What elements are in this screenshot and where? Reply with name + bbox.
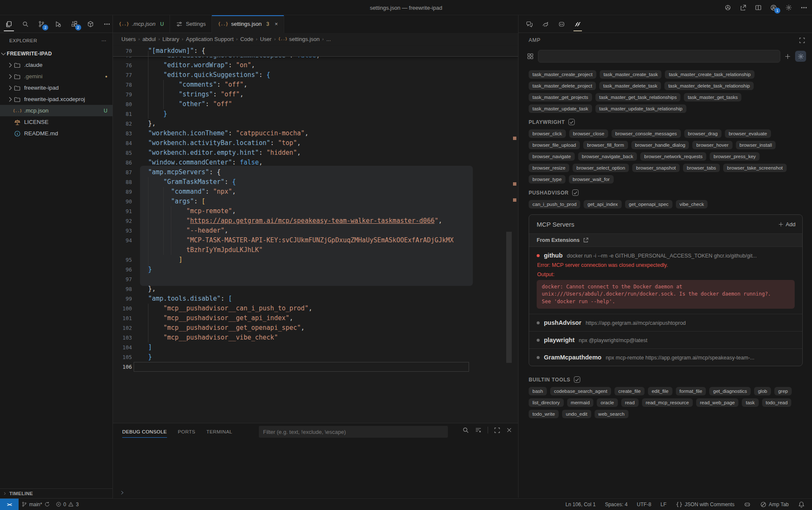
tree-item-README-md[interactable]: README.md: [0, 128, 112, 139]
tree-item--claude[interactable]: .claude: [0, 59, 112, 71]
tool-chip-can_i_push_to_prod[interactable]: can_i_push_to_prod: [529, 200, 580, 208]
breadcrumb-item[interactable]: ...: [326, 36, 331, 42]
tool-chip-oracle[interactable]: oracle: [597, 398, 617, 407]
tool-chip-format_file[interactable]: format_file: [676, 387, 706, 395]
tool-chip-get_api_index[interactable]: get_api_index: [584, 200, 622, 208]
panel-tab-ports[interactable]: PORTS: [178, 423, 195, 440]
mcp-add-button[interactable]: Add: [778, 221, 796, 228]
tool-chip-browser_console_messages[interactable]: browser_console_messages: [612, 129, 681, 138]
tool-chip-task_master_get_tasks[interactable]: task_master_get_tasks: [684, 93, 741, 101]
search-icon[interactable]: [20, 17, 31, 31]
tool-chip-create_file[interactable]: create_file: [614, 387, 645, 395]
tool-chip-browser_hover[interactable]: browser_hover: [692, 141, 732, 149]
git-branch-status[interactable]: main*: [19, 499, 53, 510]
tool-chip-edit_file[interactable]: edit_file: [648, 387, 672, 395]
checkbox-checked-icon[interactable]: [574, 376, 580, 383]
close-panel-icon[interactable]: [506, 427, 512, 433]
explorer-icon[interactable]: [3, 17, 14, 31]
tool-chip-browser_handle_dialog[interactable]: browser_handle_dialog: [631, 141, 689, 149]
code-editor[interactable]: Users›abdul›Library›Application Support›…: [113, 33, 518, 423]
tool-chip-browser_navigate_back[interactable]: browser_navigate_back: [578, 152, 637, 161]
search-icon[interactable]: [462, 427, 469, 433]
account-icon[interactable]: 1: [770, 4, 777, 11]
tool-chip-browser_click[interactable]: browser_click: [529, 129, 566, 138]
tree-root-freewrite-ipad[interactable]: FREEWRITE-IPAD: [0, 48, 112, 59]
tool-chip-vibe_check[interactable]: vibe_check: [676, 200, 708, 208]
debug-filter-input[interactable]: [259, 426, 448, 438]
close-tab-icon[interactable]: ×: [274, 21, 278, 27]
tool-chip-browser_tabs[interactable]: browser_tabs: [683, 164, 720, 172]
breadcrumb-item[interactable]: abdul: [143, 36, 156, 42]
checkbox-checked-icon[interactable]: [572, 189, 579, 196]
more-icon[interactable]: [800, 4, 808, 11]
tree-item-freewrite-ipad-xcodeproj[interactable]: freewrite-ipad.xcodeproj: [0, 93, 112, 105]
tool-chip-browser_network_requests[interactable]: browser_network_requests: [640, 152, 706, 161]
run-debug-icon[interactable]: [52, 17, 63, 31]
tool-chip-task_master_delete_task[interactable]: task_master_delete_task: [599, 82, 661, 90]
tool-chip-browser_resize[interactable]: browser_resize: [529, 164, 569, 172]
remote-indicator[interactable]: ><: [0, 499, 19, 510]
tool-chip-browser_wait_for[interactable]: browser_wait_for: [569, 175, 614, 184]
amp-arrows-icon[interactable]: [573, 17, 583, 31]
tool-chip-browser_snapshot[interactable]: browser_snapshot: [632, 164, 680, 172]
breadcrumb-item[interactable]: Code: [240, 36, 253, 42]
mcp-server-pushAdvisor[interactable]: pushAdvisorhttps://app.getgram.ai/mcp/ca…: [529, 314, 802, 332]
status-spaces-4[interactable]: Spaces: 4: [602, 499, 630, 510]
tool-chip-task_master_delete_task_relationship[interactable]: task_master_delete_task_relationship: [664, 82, 754, 90]
expand-panel-icon[interactable]: [799, 37, 805, 44]
status-utf-8[interactable]: UTF-8: [634, 499, 654, 510]
tool-chip-read_mcp_resource[interactable]: read_mcp_resource: [642, 398, 693, 407]
checkbox-checked-icon[interactable]: [568, 119, 575, 125]
tool-chip-todo_write[interactable]: todo_write: [529, 410, 559, 418]
kangaroo-icon[interactable]: [540, 17, 551, 31]
tree-item--mcp-json[interactable]: {..}.mcp.jsonU: [0, 105, 112, 116]
tab-Settings[interactable]: Settings: [170, 15, 212, 33]
tool-chip-codebase_search_agent[interactable]: codebase_search_agent: [550, 387, 611, 395]
editor-scrollbar[interactable]: [506, 232, 512, 363]
panel-tab-debug-console[interactable]: DEBUG CONSOLE: [122, 423, 167, 440]
tool-chip-todo_read[interactable]: todo_read: [762, 398, 792, 407]
tool-chip-read[interactable]: read: [621, 398, 639, 407]
tool-chip-browser_navigate[interactable]: browser_navigate: [529, 152, 575, 161]
breadcrumb-item[interactable]: Application Support: [186, 36, 234, 42]
tool-chip-bash[interactable]: bash: [529, 387, 547, 395]
tool-chip-browser_press_key[interactable]: browser_press_key: [710, 152, 760, 161]
code-area[interactable]: 75 "diffEditor.ignoreTrimWhitespace": fa…: [113, 45, 518, 423]
add-icon[interactable]: [785, 53, 791, 60]
status-lf[interactable]: LF: [658, 499, 669, 510]
tool-chip-get_openapi_spec[interactable]: get_openapi_spec: [625, 200, 672, 208]
tool-chip-browser_select_option[interactable]: browser_select_option: [573, 164, 629, 172]
tool-chip-browser_close[interactable]: browser_close: [569, 129, 608, 138]
settings-gear-icon[interactable]: [785, 4, 793, 11]
tool-chip-task_master_update_task[interactable]: task_master_update_task: [529, 104, 592, 113]
tool-chip-list_directory[interactable]: list_directory: [529, 398, 564, 407]
code-link[interactable]: https://app.getgram.ai/mcp/speakeasy-tea…: [190, 217, 434, 225]
tool-chip-task_master_create_project[interactable]: task_master_create_project: [529, 70, 596, 79]
maximize-panel-icon[interactable]: [494, 427, 500, 433]
tool-chip-task[interactable]: task: [742, 398, 758, 407]
tool-chip-get_diagnostics[interactable]: get_diagnostics: [709, 387, 751, 395]
mcp-server-playwright[interactable]: playwrightnpx @playwright/mcp@latest: [529, 332, 802, 349]
filter-lines-icon[interactable]: [475, 427, 482, 433]
tab--mcp-json[interactable]: {..}.mcp.jsonU: [113, 15, 170, 33]
robot-icon[interactable]: [557, 17, 567, 31]
more-icon[interactable]: [102, 17, 112, 31]
amp-settings-gear-icon[interactable]: [795, 51, 806, 62]
tool-chip-read_web_page[interactable]: read_web_page: [696, 398, 739, 407]
breadcrumb-item[interactable]: settings.json: [289, 36, 320, 42]
tool-chip-task_master_create_task[interactable]: task_master_create_task: [600, 70, 661, 79]
tool-chip-task_master_get_projects[interactable]: task_master_get_projects: [529, 93, 592, 101]
tree-item-freewrite-ipad[interactable]: freewrite-ipad: [0, 82, 112, 93]
tool-chip-glob[interactable]: glob: [754, 387, 771, 395]
tool-chip-task_master_delete_project[interactable]: task_master_delete_project: [529, 82, 596, 90]
status-ln-106-col-1[interactable]: Ln 106, Col 1: [562, 499, 598, 510]
share-icon[interactable]: [739, 4, 747, 11]
tool-chip-browser_file_upload[interactable]: browser_file_upload: [529, 141, 580, 149]
mcp-server-GramMcpauthdemo[interactable]: GramMcpauthdemonpx mcp-remote https://ap…: [529, 349, 802, 366]
breadcrumb-item[interactable]: Users: [121, 36, 136, 42]
grid-icon[interactable]: [527, 53, 534, 60]
problems-status[interactable]: 0 3: [53, 499, 82, 510]
tool-chip-browser_install[interactable]: browser_install: [736, 141, 776, 149]
status-copilot[interactable]: [741, 499, 754, 510]
tool-chip-browser_fill_form[interactable]: browser_fill_form: [583, 141, 628, 149]
